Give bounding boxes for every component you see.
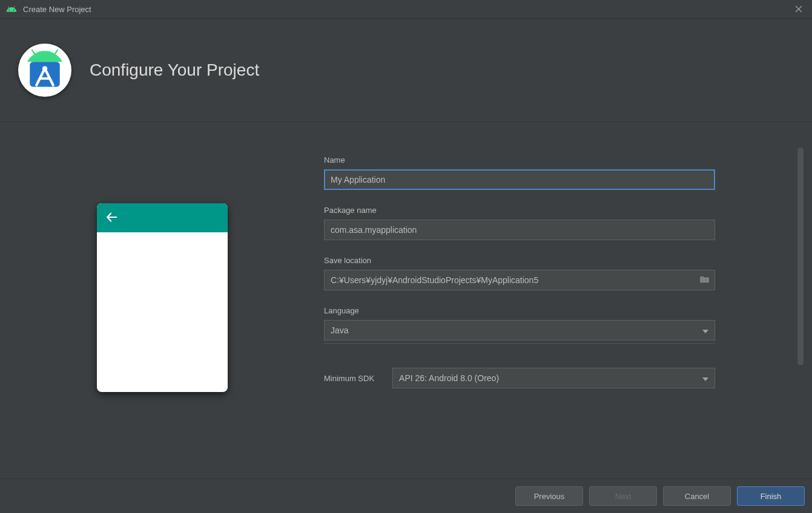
phone-preview: [97, 203, 228, 392]
language-label: Language: [324, 306, 715, 315]
save-location-input[interactable]: [324, 270, 715, 290]
minimum-sdk-select[interactable]: API 26: Android 8.0 (Oreo): [392, 368, 715, 388]
section-divider: [324, 343, 715, 344]
preview-column: [0, 122, 324, 479]
save-location-field: Save location: [324, 256, 715, 290]
package-label: Package name: [324, 206, 715, 215]
package-input[interactable]: [324, 220, 715, 240]
android-icon: [6, 4, 17, 15]
svg-point-3: [42, 66, 47, 71]
android-studio-logo: [18, 44, 71, 97]
chevron-down-icon: [702, 325, 708, 335]
dialog-window: Create New Project Configure Your Projec…: [0, 0, 812, 513]
language-select[interactable]: Java: [324, 320, 715, 341]
scrollbar[interactable]: [797, 148, 804, 365]
form-column: Name Package name Save location: [324, 122, 812, 479]
folder-icon: [699, 275, 710, 286]
name-field: Name: [324, 155, 715, 190]
close-button[interactable]: [790, 1, 807, 18]
language-value: Java: [331, 325, 349, 335]
save-location-label: Save location: [324, 256, 715, 265]
body: Name Package name Save location: [0, 122, 812, 479]
package-field: Package name: [324, 206, 715, 240]
name-input[interactable]: [324, 169, 715, 190]
svg-rect-2: [30, 62, 60, 87]
window-title: Create New Project: [23, 5, 91, 14]
browse-folder-button[interactable]: [695, 270, 715, 290]
name-label: Name: [324, 155, 715, 165]
minimum-sdk-label: Minimum SDK: [324, 374, 374, 383]
page-title: Configure Your Project: [90, 60, 259, 80]
header: Configure Your Project: [0, 19, 812, 122]
minimum-sdk-field: Minimum SDK API 26: Android 8.0 (Oreo): [324, 368, 715, 388]
footer: Previous Next Cancel Finish: [0, 479, 812, 513]
cancel-button[interactable]: Cancel: [663, 486, 731, 506]
titlebar: Create New Project: [0, 0, 812, 19]
finish-button[interactable]: Finish: [737, 486, 805, 506]
preview-app-bar: [97, 203, 228, 232]
back-arrow-icon: [105, 211, 119, 226]
language-field: Language Java: [324, 306, 715, 344]
previous-button[interactable]: Previous: [515, 486, 583, 506]
minimum-sdk-value: API 26: Android 8.0 (Oreo): [399, 373, 499, 383]
chevron-down-icon: [702, 373, 708, 383]
next-button: Next: [589, 486, 657, 506]
